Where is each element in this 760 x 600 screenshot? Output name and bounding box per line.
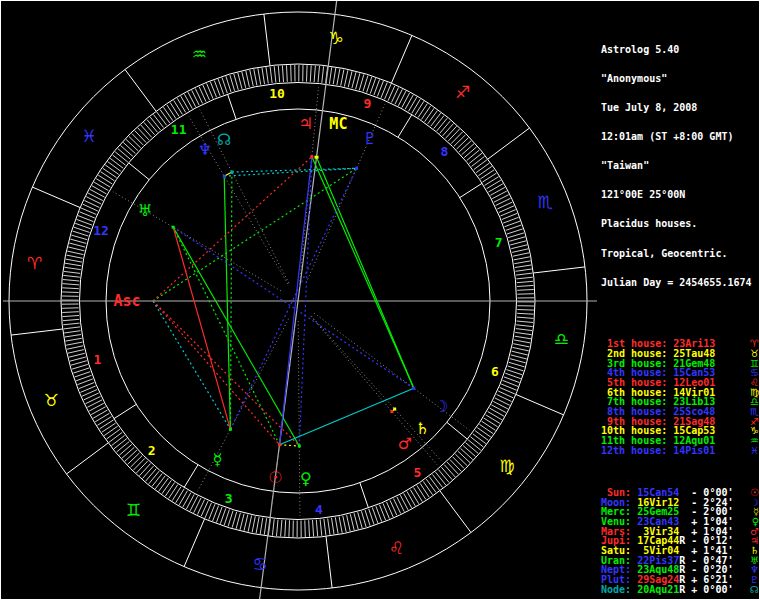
planet-glyph: ♂ — [398, 434, 412, 453]
house-number: 4 — [315, 502, 323, 517]
house-number: 8 — [440, 144, 448, 159]
astrolog-window: ♈♉♊♋♌♍♎♏♐♑♒♓123456789101112☉☽☿♀♂♃♄♅♆♇☊As… — [0, 0, 760, 600]
sign-glyph: ♓ — [81, 126, 96, 146]
house-cusp-table: 1st house: 23Ari13♈ 2nd house: 25Tau48♉ … — [601, 339, 759, 455]
sign-glyph: ♉ — [43, 390, 58, 410]
planet-glyph: ♅ — [138, 201, 152, 220]
planet-glyph: ☊ — [217, 130, 231, 149]
chart-time: 12:01am (ST +8:00 GMT) — [601, 132, 759, 142]
sign-glyph: ♌ — [389, 538, 404, 558]
house-number: 1 — [93, 352, 101, 367]
planet-glyph: ♀ — [300, 469, 312, 488]
house-number: 3 — [225, 491, 233, 506]
house-number: 2 — [148, 443, 156, 458]
chart-coords: 121°00E 25°00N — [601, 190, 759, 200]
house-number: 10 — [269, 86, 285, 101]
planet-position-text: Node: 20Aqu21R + 0°00' — [601, 585, 733, 595]
house-number: 7 — [495, 235, 503, 250]
planet-icon: ☊ — [750, 585, 759, 595]
house-number: 9 — [363, 96, 371, 111]
planet-glyph: ☽ — [434, 397, 448, 416]
app-title: Astrolog 5.40 — [601, 45, 759, 55]
sign-glyph: ♋ — [252, 554, 267, 574]
planet-glyph: ♇ — [363, 129, 377, 148]
house-number: 11 — [171, 122, 187, 137]
sign-glyph: ♒ — [192, 44, 207, 64]
planet-glyph: ☉ — [268, 468, 282, 487]
planet-glyph: ♆ — [198, 140, 212, 159]
info-sidebar: Astrolog 5.40 "Anonymous" Tue July 8, 20… — [601, 1, 759, 600]
chart-place: "Taiwan" — [601, 161, 759, 171]
planet-table: Sun: 15Can54 - 0°00'☉Moon: 16Vir12 - 2°2… — [601, 488, 759, 595]
mc-label: MC — [329, 115, 347, 133]
asc-label: Asc — [113, 292, 140, 310]
house-row: 12th house: 14Pis01♓ — [601, 446, 759, 456]
house-number: 6 — [491, 364, 499, 379]
house-number: 5 — [413, 465, 421, 480]
sign-glyph: ♎ — [554, 329, 569, 349]
zodiac-mode: Tropical, Geocentric. — [601, 249, 759, 259]
planet-glyph: ♄ — [416, 419, 430, 438]
house-cusp-text: 12th house: 14Pis01 — [601, 446, 715, 456]
sign-glyph: ♊ — [126, 500, 141, 520]
planet-row: Node: 20Aqu21R + 0°00'☊ — [601, 585, 759, 595]
sign-glyph: ♈ — [27, 253, 42, 273]
house-sign-icon: ♓ — [750, 446, 759, 456]
sign-glyph: ♑ — [328, 28, 343, 48]
house-system: Placidus houses. — [601, 219, 759, 229]
planet-glyph: ☿ — [213, 450, 223, 469]
chart-date: Tue July 8, 2008 — [601, 103, 759, 113]
planet-glyph: ♃ — [299, 114, 313, 133]
house-number: 12 — [93, 223, 109, 238]
sign-glyph: ♏ — [537, 192, 552, 212]
sign-glyph: ♍ — [499, 456, 514, 476]
sign-glyph: ♐ — [455, 82, 470, 102]
julian-day: Julian Day = 2454655.1674 — [601, 278, 759, 288]
natal-chart-wheel: ♈♉♊♋♌♍♎♏♐♑♒♓123456789101112☉☽☿♀♂♃♄♅♆♇☊As… — [1, 1, 599, 599]
chart-header: Astrolog 5.40 "Anonymous" Tue July 8, 20… — [601, 25, 759, 306]
chart-name: "Anonymous" — [601, 74, 759, 84]
